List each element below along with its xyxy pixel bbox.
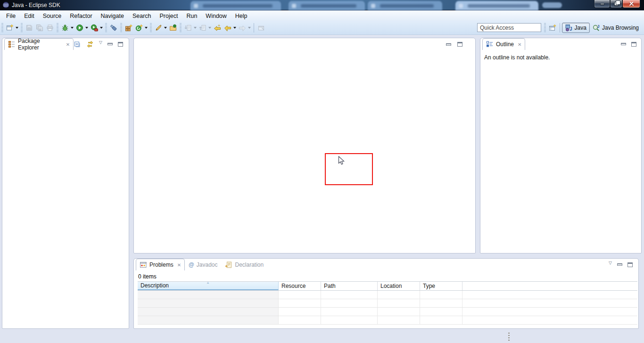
print-button[interactable] (45, 22, 55, 33)
package-explorer-header: Package Explorer ✕ ▽ (2, 38, 129, 50)
menu-source[interactable]: Source (39, 12, 66, 20)
tab-label: Javadoc (197, 261, 218, 268)
toolbar-drag-handle[interactable] (120, 23, 122, 33)
background-browser-tab (289, 1, 365, 10)
maximize-view-button[interactable] (627, 262, 633, 267)
maximize-view-button[interactable] (631, 42, 636, 47)
close-icon[interactable]: ✕ (66, 42, 70, 47)
open-type-button[interactable] (168, 22, 178, 33)
eclipse-logo-icon (2, 1, 9, 8)
toolbar-drag-handle[interactable] (57, 23, 58, 33)
tab-problems[interactable]: Problems ✕ (136, 259, 185, 270)
menu-run[interactable]: Run (182, 12, 201, 20)
problems-header: Problems ✕ @ Javadoc Declaration ▽ (134, 259, 638, 270)
menu-refactor[interactable]: Refactor (66, 12, 96, 20)
forward-button[interactable] (237, 22, 248, 33)
toolbar-drag-handle[interactable] (544, 23, 546, 33)
open-task-button[interactable] (153, 22, 164, 33)
run-button[interactable] (74, 22, 85, 33)
debug-dropdown-icon[interactable] (71, 27, 74, 29)
svg-text:J: J (597, 24, 599, 29)
column-header-resource[interactable]: Resource (279, 282, 321, 290)
close-icon[interactable]: ✕ (177, 262, 181, 268)
open-perspective-button[interactable] (547, 22, 558, 33)
previous-annotation-dropdown-icon[interactable] (208, 27, 211, 29)
window-titlebar[interactable]: Java - Eclipse SDK (0, 0, 644, 10)
back-button[interactable] (223, 22, 233, 33)
pin-editor-button[interactable] (256, 22, 266, 33)
menu-edit[interactable]: Edit (20, 12, 39, 20)
next-annotation-button[interactable] (183, 22, 193, 33)
toolbar-drag-handle[interactable] (150, 23, 152, 33)
next-annotation-dropdown-icon[interactable] (194, 27, 197, 29)
tab-outline[interactable]: Outline ✕ (482, 38, 525, 50)
editor-area[interactable] (133, 38, 476, 253)
toolbar-drag-handle[interactable] (21, 23, 23, 33)
column-header-type[interactable]: Type (420, 282, 462, 290)
column-header-description[interactable]: ▵ Description (138, 282, 279, 290)
toolbar-drag-handle[interactable] (105, 23, 107, 33)
column-header-path[interactable]: Path (321, 282, 378, 290)
minimize-view-button[interactable] (617, 263, 622, 266)
minimize-view-button[interactable] (107, 43, 113, 45)
external-tools-button[interactable] (89, 22, 99, 33)
run-dropdown-icon[interactable] (85, 27, 88, 29)
forward-dropdown-icon[interactable] (248, 27, 251, 29)
minimize-view-button[interactable] (621, 43, 626, 45)
problems-table-header: ▵ Description Resource Path Location Typ… (138, 281, 637, 291)
eclipse-window: Java - Eclipse SDK File Edit Source Refa… (0, 0, 644, 343)
toolbar-separator (560, 23, 560, 33)
search-flashlight-button[interactable] (108, 22, 119, 33)
tab-declaration[interactable]: Declaration (221, 259, 267, 270)
maximize-editor-button[interactable] (457, 42, 462, 47)
tab-label: Problems (149, 261, 173, 268)
open-task-dropdown-icon[interactable] (164, 27, 167, 29)
last-edit-location-button[interactable] (212, 22, 223, 33)
window-close-button[interactable] (622, 0, 640, 8)
previous-annotation-button[interactable] (198, 22, 208, 33)
new-java-class-dropdown-icon[interactable] (145, 27, 148, 29)
minimize-editor-button[interactable] (446, 43, 451, 46)
tab-javadoc[interactable]: @ Javadoc (185, 259, 221, 270)
menu-project[interactable]: Project (156, 12, 182, 20)
column-header-location[interactable]: Location (378, 282, 420, 290)
external-tools-dropdown-icon[interactable] (100, 27, 103, 29)
link-with-editor-button[interactable] (86, 41, 94, 48)
table-row (138, 299, 637, 308)
close-icon[interactable]: ✕ (518, 42, 521, 47)
save-all-button[interactable] (34, 22, 45, 33)
maximize-view-button[interactable] (118, 42, 123, 47)
menu-window[interactable]: Window (201, 12, 231, 20)
save-button[interactable] (24, 22, 34, 33)
back-dropdown-icon[interactable] (233, 27, 236, 29)
new-wizard-dropdown-icon[interactable] (16, 27, 18, 29)
main-toolbar: J Java J Java Browsing (0, 21, 644, 35)
quick-access-input[interactable] (477, 23, 541, 32)
collapse-all-button[interactable] (74, 41, 81, 48)
new-java-project-button[interactable] (124, 22, 134, 33)
window-minimize-button[interactable] (594, 0, 610, 8)
perspective-java-browsing-button[interactable]: J Java Browsing (590, 23, 642, 33)
menu-help[interactable]: Help (231, 12, 252, 20)
toolbar-drag-handle[interactable] (180, 23, 182, 33)
toolbar-drag-handle[interactable] (1, 23, 3, 33)
java-perspective-icon: J (565, 24, 573, 32)
perspective-java-button[interactable]: J Java (562, 23, 590, 33)
new-wizard-button[interactable] (5, 22, 15, 33)
window-restore-button[interactable] (610, 0, 622, 8)
menu-file[interactable]: File (2, 12, 20, 20)
menu-navigate[interactable]: Navigate (97, 12, 128, 20)
problems-icon (140, 261, 147, 269)
background-browser-tab (190, 1, 281, 10)
sort-ascending-icon: ▵ (207, 280, 209, 285)
debug-button[interactable] (60, 22, 70, 33)
mouse-cursor-icon (338, 156, 345, 167)
tab-package-explorer[interactable]: Package Explorer ✕ (4, 38, 74, 50)
new-java-class-button[interactable] (134, 22, 144, 33)
menu-search[interactable]: Search (128, 12, 156, 20)
declaration-icon (225, 261, 232, 269)
package-explorer-body[interactable] (2, 50, 129, 328)
view-menu-icon[interactable]: ▽ (99, 41, 102, 45)
view-menu-icon[interactable]: ▽ (609, 261, 612, 265)
status-bar-drag-handle[interactable] (508, 333, 510, 341)
